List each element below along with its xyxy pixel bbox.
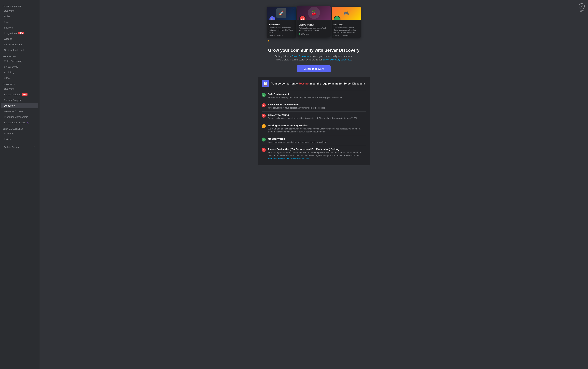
server-discovery-link1[interactable]: Server Discovery — [292, 55, 309, 58]
sidebar-item-overview-top[interactable]: Overview — [1, 8, 38, 13]
sidebar-item-widget[interactable]: Widget — [1, 36, 38, 41]
req-content-safe-environment: Safe Environment Thanks for abiding by o… — [268, 93, 366, 99]
req-item-title-2fa: Please Enable the [2FA Requirement For M… — [268, 148, 366, 151]
cards-container: 🚀 ✦ 💫 /r/StarWars The official Star Wars… — [258, 3, 370, 38]
sidebar-item-delete-server[interactable]: Delete Server 🗑 — [1, 144, 38, 150]
sidebar-item-rules-screening[interactable]: Rules Screening — [1, 58, 38, 64]
req-status-error-icon-young: ✕ — [262, 114, 266, 118]
sidebar-item-audit-log[interactable]: Audit Log — [1, 70, 38, 75]
sidebar-item-emoji[interactable]: Emoji — [1, 19, 38, 25]
cherry-icon-wrapper: CS — [299, 15, 306, 20]
setup-discovery-button[interactable]: Set Up Discovery — [297, 65, 330, 72]
req-header: 📋 Your server currently does not meet th… — [262, 80, 366, 87]
server-insights-new-badge: NEW — [22, 93, 28, 96]
fallguys-member-count: 273,660 — [342, 35, 349, 36]
fallguys-icon: ✓ — [334, 16, 340, 20]
cherry-card-desc: Tell people what your server's all about… — [299, 27, 329, 32]
cherry-icon: CS — [299, 15, 306, 20]
sidebar-item-premium-membership[interactable]: Premium Membership — [1, 114, 38, 120]
req-icon: 📋 — [262, 80, 269, 87]
req-content-no-bad-words: No Bad Words Your server name, descripti… — [268, 137, 366, 144]
sidebar-item-server-template[interactable]: Server Template — [1, 42, 38, 47]
req-content-server-too-young: Server Too Young Servers in Discovery ne… — [268, 113, 366, 120]
req-item-2fa: ✕ Please Enable the [2FA Requirement For… — [262, 146, 366, 162]
sidebar-item-server-boost-status[interactable]: Server Boost Status ⬡ — [1, 120, 38, 125]
sidebar-item-discovery[interactable]: Discovery — [1, 103, 38, 108]
enable-moderation-link[interactable]: Enable at the bottom of the Moderation t… — [268, 157, 308, 160]
discovery-title: Grow your community with Server Discover… — [268, 48, 360, 53]
req-item-title-no-bad-words: No Bad Words — [268, 137, 366, 140]
sidebar: CHERRY'S SERVER Overview Roles Emoji Sti… — [0, 0, 40, 369]
starwars-member-count: 69,520 — [277, 35, 283, 36]
sidebar-item-integrations[interactable]: Integrations NEW — [1, 31, 38, 36]
fallguys-card-stats: 50,278 273,660 — [334, 35, 359, 36]
req-item-title-waiting-activity: Waiting on Server Activity Metrics — [268, 124, 366, 127]
req-item-desc-waiting-activity: We're unable to calculate your server's … — [268, 127, 366, 133]
req-item-desc-2fa: This setting will require all members wi… — [268, 151, 366, 160]
req-status-success-icon-words: ✓ — [262, 138, 266, 142]
req-item-no-bad-words: ✓ No Bad Words Your server name, descrip… — [262, 135, 366, 146]
req-item-waiting-activity: ! Waiting on Server Activity Metrics We'… — [262, 122, 366, 135]
sidebar-section-general: Overview Roles Emoji Stickers Integratio… — [0, 8, 40, 53]
cherry-card-body: Cherry's Server Tell people what your se… — [297, 20, 331, 37]
server-card-starwars: 🚀 ✦ 💫 /r/StarWars The official Star Wars… — [267, 7, 296, 38]
req-status-error-icon-members: ✕ — [262, 103, 266, 107]
req-item-title-server-too-young: Server Too Young — [268, 113, 366, 116]
req-content-2fa: Please Enable the [2FA Requirement For M… — [268, 148, 366, 160]
sidebar-item-bans[interactable]: Bans — [1, 75, 38, 81]
server-discovery-link2[interactable]: Server Discovery guidelines — [323, 58, 351, 61]
sidebar-item-overview-community[interactable]: Overview — [1, 86, 38, 92]
req-item-desc-no-bad-words: Your server name, description, and chann… — [268, 141, 366, 144]
server-card-cherry: 🍒 CS Cherry's Server Tell people what yo… — [297, 6, 331, 37]
close-icon: ✕ — [581, 5, 583, 8]
sidebar-item-roles[interactable]: Roles — [1, 14, 38, 19]
sparkle-decoration: ✦ — [267, 39, 270, 43]
integrations-new-badge: NEW — [18, 32, 24, 34]
requirements-box: 📋 Your server currently does not meet th… — [258, 77, 370, 165]
sidebar-item-welcome-screen[interactable]: Welcome Screen — [1, 109, 38, 114]
req-status-error-icon-2fa: ✕ — [262, 148, 266, 152]
req-item-title-safe-environment: Safe Environment — [268, 93, 366, 96]
sidebar-item-stickers[interactable]: Stickers — [1, 25, 38, 30]
esc-label: ESC — [580, 10, 584, 12]
fallguys-card-body: Fall Guys The Official server for Fall G… — [332, 20, 361, 38]
esc-button[interactable]: ✕ ESC — [579, 3, 585, 12]
req-content-waiting-activity: Waiting on Server Activity Metrics We're… — [268, 124, 366, 133]
sidebar-section-user-management: USER MANAGEMENT Members Invites — [0, 125, 40, 142]
fallguys-card-name: Fall Guys — [334, 23, 359, 26]
starwars-icon-wrapper: 💫 — [269, 16, 275, 20]
card-banner-fallguys: 🎮 ✓ — [332, 7, 361, 20]
sidebar-item-partner-program[interactable]: Partner Program — [1, 97, 38, 103]
community-label: COMMUNITY — [0, 81, 40, 86]
sidebar-item-invites[interactable]: Invites — [1, 136, 38, 142]
req-item-server-too-young: ✕ Server Too Young Servers in Discovery … — [262, 111, 366, 122]
req-item-desc-server-too-young: Servers in Discovery need to be at least… — [268, 117, 366, 120]
cherry-card-name: Cherry's Server — [299, 24, 329, 26]
card-banner-starwars: 🚀 ✦ 💫 — [267, 7, 296, 20]
user-management-label: USER MANAGEMENT — [0, 125, 40, 131]
sidebar-section-moderation: MODERATION Rules Screening Safety Setup … — [0, 53, 40, 81]
moderation-label: MODERATION — [0, 53, 40, 58]
fallguys-card-desc: The Official server for Fall Guys, a gam… — [334, 27, 359, 34]
starwars-card-body: /r/StarWars The official Star Wars serve… — [267, 20, 296, 38]
sidebar-item-custom-invite-link[interactable]: Custom Invite Link — [1, 47, 38, 53]
card-banner-cherry: 🍒 CS — [297, 6, 331, 20]
req-status-warning-icon: ! — [262, 124, 266, 128]
starwars-icon: 💫 — [269, 16, 275, 20]
req-status-success-icon: ✓ — [262, 93, 266, 97]
cherry-card-members: 1 Member — [299, 33, 329, 35]
does-not-text: does not — [298, 82, 309, 85]
sidebar-item-members[interactable]: Members — [1, 131, 38, 136]
discovery-preview: ✦ ✦ ✦ ✦ ● ● 🚀 ✦ 💫 — [258, 3, 370, 46]
sidebar-item-safety-setup[interactable]: Safety Setup — [1, 64, 38, 69]
sidebar-item-server-insights[interactable]: Server Insights NEW — [1, 92, 38, 97]
server-name-label: CHERRY'S SERVER — [0, 3, 40, 8]
req-title: Your server currently does not meet the … — [271, 82, 365, 85]
req-content-fewer-members: Fewer Than 1,000 Members Your server mus… — [268, 103, 366, 109]
req-item-desc-safe-environment: Thanks for abiding by our Community Guid… — [268, 96, 366, 99]
req-item-desc-fewer-members: Your server must have at least 1,000 mem… — [268, 106, 366, 109]
req-item-safe-environment: ✓ Safe Environment Thanks for abiding by… — [262, 91, 366, 101]
starwars-card-name: /r/StarWars — [269, 23, 294, 26]
starwars-card-desc: The official Star Wars server partnered … — [269, 27, 294, 34]
esc-circle: ✕ — [579, 3, 585, 9]
